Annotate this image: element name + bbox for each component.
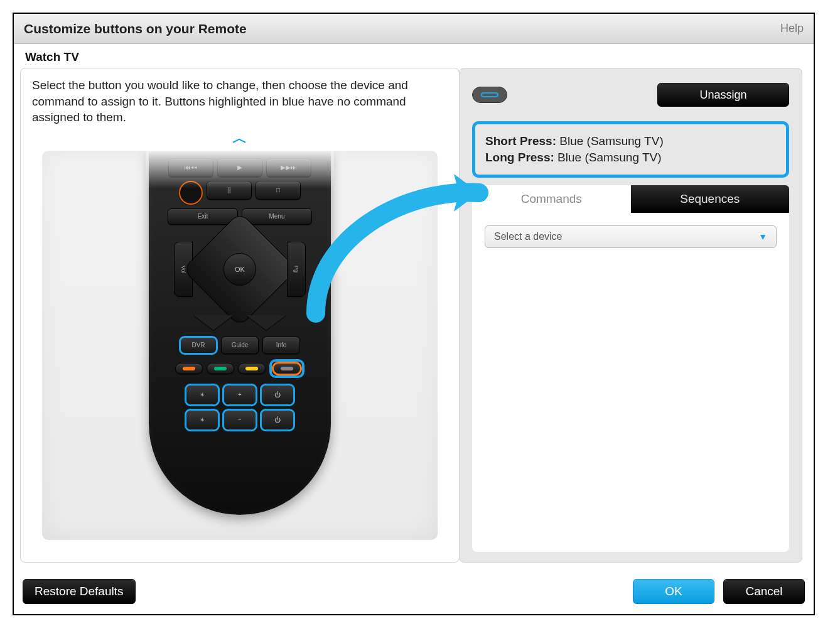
remote-forward-button[interactable]: ▶▶⏭ <box>266 158 311 177</box>
tab-commands[interactable]: Commands <box>472 185 631 213</box>
remote-extra-3[interactable]: ⏻ <box>261 384 294 406</box>
section-label: Watch TV <box>14 44 814 68</box>
unassign-button[interactable]: Unassign <box>657 83 789 107</box>
tabs: Commands Sequences <box>472 185 789 213</box>
remote-dvr-button[interactable]: DVR <box>180 337 217 354</box>
tab-sequences[interactable]: Sequences <box>631 185 790 213</box>
remote-extra-1[interactable]: ✶ <box>185 384 219 406</box>
left-panel: Select the button you would like to chan… <box>20 68 460 563</box>
remote-ok-button[interactable]: OK <box>223 253 256 286</box>
caret-down-icon: ▼ <box>758 232 767 242</box>
remote-rewind-button[interactable]: ⏮◀◀ <box>168 158 213 177</box>
remote-exit-button[interactable]: Exit <box>168 208 238 225</box>
remote-dpad[interactable]: Vol OK Pg <box>174 229 306 310</box>
remote-power-button[interactable] <box>179 181 203 205</box>
remote-page-rocker[interactable]: Pg <box>287 242 306 297</box>
remote-blue-pill-selected[interactable] <box>269 359 304 378</box>
remote-red-pill[interactable] <box>175 363 203 374</box>
titlebar: Customize buttons on your Remote Help <box>14 14 814 44</box>
short-press-label: Short Press: <box>485 134 556 148</box>
cancel-button[interactable]: Cancel <box>723 579 805 604</box>
long-press-value: Blue (Samsung TV) <box>557 151 661 164</box>
remote-menu-button[interactable]: Menu <box>242 208 312 225</box>
remote-play-button[interactable]: ▶ <box>217 158 262 177</box>
remote-extra-5[interactable]: − <box>223 409 257 431</box>
long-press-label: Long Press: <box>485 151 554 164</box>
ok-button[interactable]: OK <box>633 579 714 604</box>
remote-stop-button[interactable]: □ <box>256 181 301 200</box>
remote-pause-button[interactable]: ‖ <box>207 181 252 200</box>
right-panel: Unassign Short Press: Blue (Samsung TV) … <box>459 68 802 563</box>
selected-button-indicator <box>472 87 507 103</box>
remote-body: ⏮◀◀ ▶ ▶▶⏭ ‖ □ Exit Menu Vol <box>149 151 331 515</box>
instructions-text: Select the button you would like to chan… <box>21 68 423 129</box>
remote-preview: ⏮◀◀ ▶ ▶▶⏭ ‖ □ Exit Menu Vol <box>42 151 438 540</box>
remote-guide-button[interactable]: Guide <box>221 337 259 354</box>
device-select-placeholder: Select a device <box>494 231 563 242</box>
remote-mute-button[interactable] <box>193 315 234 330</box>
remote-yellow-pill[interactable] <box>238 363 266 374</box>
remote-info-button[interactable]: Info <box>262 337 300 354</box>
panel-notch-icon <box>459 106 460 121</box>
device-select[interactable]: Select a device ▼ <box>485 225 777 248</box>
footer: Restore Defaults OK Cancel <box>14 575 814 614</box>
press-assignments-box: Short Press: Blue (Samsung TV) Long Pres… <box>472 121 789 178</box>
remote-extra-2[interactable]: + <box>223 384 257 406</box>
remote-green-pill[interactable] <box>207 363 234 374</box>
help-link[interactable]: Help <box>780 22 804 35</box>
remote-back-button[interactable] <box>246 315 286 330</box>
tab-body: Select a device ▼ <box>472 213 789 552</box>
remote-extra-4[interactable]: ✶ <box>185 409 219 431</box>
window-title: Customize buttons on your Remote <box>24 21 247 36</box>
chevron-up-icon[interactable]: ︿ <box>21 128 459 148</box>
short-press-value: Blue (Samsung TV) <box>559 134 663 148</box>
remote-extra-6[interactable]: ⏻ <box>261 409 294 431</box>
restore-defaults-button[interactable]: Restore Defaults <box>23 579 136 604</box>
